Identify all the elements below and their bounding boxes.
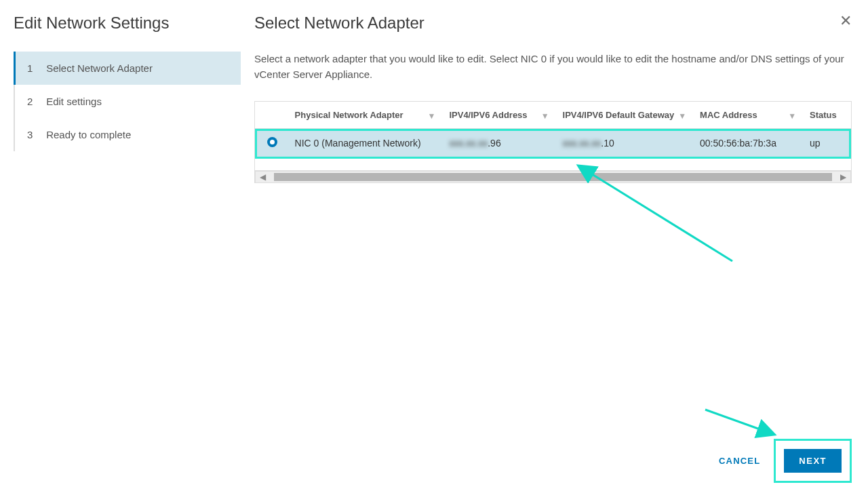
- adapter-table: Physical Network Adapter ▼ IPV4/IPV6 Add…: [255, 102, 851, 159]
- wizard-step-1[interactable]: 1 Select Network Adapter: [15, 52, 241, 85]
- wizard-step-3[interactable]: 3 Ready to complete: [15, 118, 241, 151]
- col-status-label: Status: [810, 110, 837, 120]
- adapter-address-cell: xxx.xx.xx.96: [442, 129, 555, 159]
- wizard-steps: 1 Select Network Adapter 2 Edit settings…: [14, 52, 241, 151]
- wizard-title: Edit Network Settings: [14, 14, 241, 33]
- step-label: Select Network Adapter: [46, 62, 153, 74]
- adapter-name-cell: NIC 0 (Management Network): [288, 129, 443, 159]
- svg-line-1: [705, 410, 773, 434]
- col-adapter-header[interactable]: Physical Network Adapter ▼: [288, 102, 443, 129]
- scroll-right-icon[interactable]: ▶: [840, 172, 846, 182]
- gateway-suffix: .10: [601, 138, 614, 149]
- close-icon[interactable]: ✕: [840, 14, 852, 28]
- col-address-label: IPV4/IPV6 Address: [449, 110, 527, 120]
- filter-icon[interactable]: ▼: [678, 111, 686, 121]
- step-number: 2: [27, 96, 37, 107]
- filter-icon[interactable]: ▼: [428, 111, 436, 121]
- col-status-header[interactable]: Status: [803, 102, 851, 129]
- scroll-track[interactable]: [274, 173, 832, 181]
- radio-selected-icon[interactable]: [267, 137, 277, 147]
- cancel-button[interactable]: CANCEL: [719, 456, 760, 466]
- scroll-left-icon[interactable]: ◀: [260, 172, 266, 182]
- adapter-gateway-cell: xxx.xx.xx.10: [556, 129, 694, 159]
- col-mac-label: MAC Address: [700, 110, 757, 120]
- filter-icon[interactable]: ▼: [541, 111, 549, 121]
- adapter-status-cell: up: [803, 129, 851, 159]
- radio-cell[interactable]: [255, 129, 288, 159]
- adapter-mac-cell: 00:50:56:ba:7b:3a: [693, 129, 803, 159]
- step-number: 1: [27, 62, 37, 74]
- step-label: Edit settings: [46, 96, 102, 107]
- step-number: 3: [27, 129, 37, 140]
- col-gateway-label: IPV4/IPV6 Default Gateway: [563, 110, 675, 120]
- next-button[interactable]: NEXT: [784, 449, 842, 473]
- col-adapter-label: Physical Network Adapter: [295, 110, 403, 120]
- adapter-table-wrapper: Physical Network Adapter ▼ IPV4/IPV6 Add…: [254, 101, 852, 183]
- address-suffix: .96: [488, 138, 500, 149]
- table-footer-space: [255, 159, 851, 171]
- wizard-main-panel: Select Network Adapter ✕ Select a networ…: [241, 0, 868, 491]
- filter-icon[interactable]: ▼: [788, 111, 796, 121]
- footer-button-bar: CANCEL NEXT: [719, 439, 852, 483]
- col-mac-header[interactable]: MAC Address ▼: [693, 102, 803, 129]
- gateway-redacted: xxx.xx.xx: [563, 137, 601, 150]
- col-gateway-header[interactable]: IPV4/IPV6 Default Gateway ▼: [556, 102, 694, 129]
- col-radio-header: [255, 102, 288, 129]
- page-title: Select Network Adapter: [254, 14, 425, 33]
- wizard-step-2[interactable]: 2 Edit settings: [15, 85, 241, 118]
- adapter-row-nic0[interactable]: NIC 0 (Management Network) xxx.xx.xx.96 …: [255, 129, 851, 159]
- step-label: Ready to complete: [46, 129, 131, 140]
- next-button-highlight: NEXT: [774, 439, 852, 483]
- page-description: Select a network adapter that you would …: [254, 52, 852, 82]
- address-redacted: xxx.xx.xx: [449, 137, 488, 150]
- horizontal-scrollbar[interactable]: ◀ ▶: [255, 171, 851, 183]
- annotation-arrow-next: [702, 401, 783, 442]
- col-address-header[interactable]: IPV4/IPV6 Address ▼: [442, 102, 555, 129]
- svg-line-0: [590, 173, 732, 261]
- wizard-sidebar: Edit Network Settings 1 Select Network A…: [0, 0, 241, 491]
